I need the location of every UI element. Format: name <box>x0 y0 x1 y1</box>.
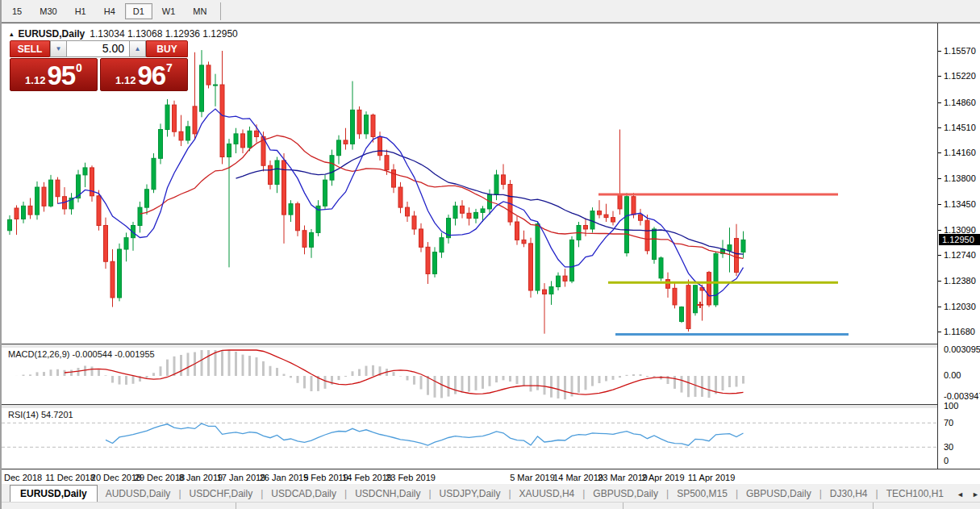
statusbar-divider <box>623 503 623 509</box>
candle-body <box>378 136 382 155</box>
candle-body <box>365 115 369 134</box>
candle-body <box>461 206 465 213</box>
candle-body <box>426 247 430 273</box>
timeframe-toolbar: 15M30H1H4D1W1MN <box>2 0 980 23</box>
chart-tab-usdjpy-daily[interactable]: USDJPY,Daily <box>432 486 509 502</box>
timeframe-button-d1[interactable]: D1 <box>125 3 152 19</box>
buy-button[interactable]: BUY <box>146 40 188 57</box>
candle-body <box>598 211 602 215</box>
candle-body <box>179 131 183 140</box>
candle-body <box>645 220 649 251</box>
price-tick-label: 1.15570 <box>944 46 976 56</box>
timeframe-button-15[interactable]: 15 <box>4 3 30 19</box>
candle-body <box>124 238 128 249</box>
candle-body <box>494 175 498 194</box>
chart-tab-eurusd-daily[interactable]: EURUSD,Daily <box>10 485 98 502</box>
candle-body <box>728 245 732 251</box>
chart-tab-audusd-daily[interactable]: AUDUSD,Daily <box>98 486 179 502</box>
buy-price-tile[interactable]: 1.12 96 7 <box>100 58 188 91</box>
chart-tab-dj30-h4[interactable]: DJ30,H4 <box>822 486 876 502</box>
timeframe-button-w1[interactable]: W1 <box>154 3 184 19</box>
candle-body <box>371 115 375 137</box>
candle-body <box>515 222 519 240</box>
candle-body <box>97 196 101 226</box>
candle-body <box>56 180 60 197</box>
candle-body <box>659 258 663 278</box>
macd-axis-label: 0.003095 <box>944 344 980 354</box>
price-tick-label: 1.13800 <box>944 173 976 183</box>
price-tick-label: 1.14510 <box>944 123 976 132</box>
chart-tab-xauusd-h4[interactable]: XAUUSD,H4 <box>511 486 583 502</box>
date-tick-label: 5 Mar 2019 <box>510 473 555 482</box>
candle-body <box>193 106 197 134</box>
trading-platform-window: 15M30H1H4D1W1MN ▴ EURUSD,Daily 1.13034 1… <box>0 0 980 509</box>
candle-body <box>248 131 252 148</box>
macd-axis-label: 0.00 <box>944 370 961 380</box>
candle-body <box>707 273 711 305</box>
toolbar-separator <box>220 2 221 20</box>
candle-body <box>412 216 416 229</box>
price-tick-label: 1.11680 <box>944 327 975 336</box>
candle-body <box>145 190 149 207</box>
candle-body <box>357 110 361 134</box>
candle-body <box>255 131 259 136</box>
date-tick-label: 23 Mar 2019 <box>598 473 648 482</box>
candle-body <box>666 280 670 289</box>
candle-body <box>502 175 506 185</box>
spin-up-icon: ▲ <box>135 45 141 52</box>
candle-body <box>302 231 307 248</box>
price-tick-label: 1.13090 <box>944 225 976 235</box>
chart-tab-usdchf-daily[interactable]: USDCHF,Daily <box>181 486 261 502</box>
candle-body <box>735 239 739 273</box>
rsi-indicator-pane[interactable]: RSI(14) 54.7201 <box>2 408 937 468</box>
date-tick-label: 2 Apr 2019 <box>641 473 684 482</box>
candle-body <box>639 215 643 220</box>
price-chart-pane[interactable]: ▴ EURUSD,Daily 1.13034 1.13068 1.12936 1… <box>2 25 937 344</box>
tabs-scroll-right-icon[interactable]: ► <box>972 490 979 499</box>
rsi-chart-canvas[interactable] <box>2 408 937 468</box>
candle-body <box>392 170 396 187</box>
volume-decrease-button[interactable]: ▼ <box>50 40 67 57</box>
timeframe-button-h1[interactable]: H1 <box>67 3 94 19</box>
chart-tab-tech100-h1[interactable]: TECH100,H1 <box>878 486 952 502</box>
candle-body <box>653 229 657 260</box>
price-tick-mark <box>938 178 941 179</box>
macd-indicator-pane[interactable]: MACD(12,26,9) -0.000544 -0.001955 <box>2 348 937 404</box>
date-tick-label: 1 Dec 2018 <box>0 473 42 482</box>
chart-tab-usdcnh-daily[interactable]: USDCNH,Daily <box>347 486 428 502</box>
rsi-label: RSI(14) 54.7201 <box>8 410 73 419</box>
timeframe-button-h4[interactable]: H4 <box>96 3 123 19</box>
current-price-tag: 1.12950 <box>939 234 980 245</box>
candle-body <box>474 212 478 218</box>
sell-button[interactable]: SELL <box>10 40 50 57</box>
candle-body <box>22 206 26 219</box>
candle-body <box>563 276 567 281</box>
tabs-scroll-left-icon[interactable]: ◄ <box>957 490 964 499</box>
chart-tab-gbpusd-daily[interactable]: GBPUSD,Daily <box>585 486 666 502</box>
macd-axis-label: -0.003947 <box>944 391 980 401</box>
rsi-axis-label: 0 <box>944 456 949 465</box>
timeframe-button-m30[interactable]: M30 <box>31 3 65 19</box>
collapse-icon[interactable]: ▴ <box>10 30 14 38</box>
macd-label: MACD(12,26,9) -0.000544 -0.001955 <box>8 349 155 359</box>
candle-body <box>433 252 437 274</box>
price-axis[interactable]: 1.155701.152201.148601.145101.141601.138… <box>937 23 980 483</box>
candle-body <box>406 207 410 216</box>
candle-body <box>481 209 485 212</box>
buy-price-prefix: 1.12 <box>115 74 136 86</box>
volume-input[interactable]: 5.00 <box>67 40 129 57</box>
sell-price-tile[interactable]: 1.12 95 0 <box>10 58 98 91</box>
candle-body <box>625 197 629 253</box>
date-axis[interactable]: 1 Dec 201811 Dec 201820 Dec 201829 Dec 2… <box>2 469 980 486</box>
price-tick-mark <box>938 204 941 205</box>
date-tick-label: 11 Apr 2019 <box>688 473 736 482</box>
candle-body <box>440 238 444 252</box>
chart-tab-gbpusd-daily[interactable]: GBPUSD,Daily <box>738 486 819 502</box>
volume-increase-button[interactable]: ▲ <box>129 40 146 57</box>
chart-tab-sp500-m15[interactable]: SP500,M15 <box>669 486 736 502</box>
candle-body <box>173 105 177 131</box>
candle-body <box>673 288 677 305</box>
timeframe-button-mn[interactable]: MN <box>185 3 215 19</box>
buy-price-big-digits: 96 <box>137 62 165 89</box>
chart-tab-usdcad-daily[interactable]: USDCAD,Daily <box>263 486 344 502</box>
